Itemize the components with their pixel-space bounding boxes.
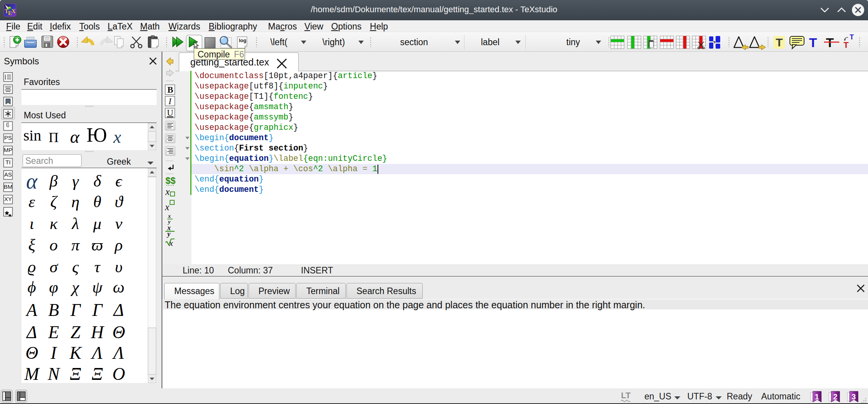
- svg-text:X: X: [11, 8, 16, 14]
- svg-text:log: log: [239, 38, 247, 43]
- svg-text:U: U: [167, 108, 173, 118]
- svg-text:T: T: [843, 40, 849, 50]
- svg-text:I: I: [168, 97, 172, 106]
- svg-text:x: x: [168, 213, 171, 219]
- svg-text:y: y: [167, 230, 171, 238]
- svg-text:x: x: [165, 202, 169, 212]
- svg-text:B: B: [167, 85, 173, 95]
- svg-text:2: 2: [833, 393, 837, 401]
- svg-text:$$: $$: [165, 175, 176, 186]
- svg-text:x: x: [165, 186, 170, 197]
- svg-text:3: 3: [852, 393, 856, 401]
- svg-text:T: T: [809, 35, 817, 50]
- svg-text:x: x: [169, 238, 173, 248]
- svg-text:T: T: [776, 36, 783, 49]
- svg-text:1: 1: [815, 393, 819, 401]
- svg-text:T: T: [850, 33, 854, 41]
- svg-text:LT: LT: [621, 391, 631, 400]
